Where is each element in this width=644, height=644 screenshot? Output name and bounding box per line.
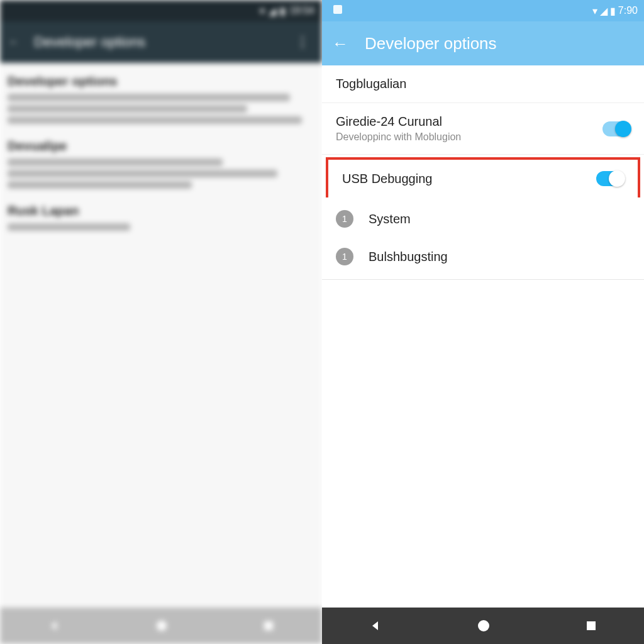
back-icon[interactable]: ← [9, 36, 19, 48]
setting-row-togblugalian[interactable]: Togblugalian [322, 65, 644, 103]
section-title: Rusk Lapan [8, 204, 314, 218]
count-badge: 1 [336, 210, 353, 228]
app-bar: ← Developer options [322, 21, 644, 65]
setting-label: Bulshbugsting [369, 250, 448, 264]
clock: 7:90 [618, 5, 638, 16]
setting-row-bulshbugsting[interactable]: 1 Bulshbugsting [322, 238, 644, 275]
nav-home-icon[interactable] [155, 619, 168, 632]
signal-icon: ◢ [600, 5, 608, 17]
clock: 19:54 [289, 5, 314, 16]
settings-body: Togblugalian Giredie-24 Curunal Developp… [322, 65, 644, 608]
section[interactable]: Rusk Lapan [8, 204, 314, 231]
setting-row-usb-debugging[interactable]: USB Debugging [326, 157, 640, 197]
setting-label: System [369, 212, 411, 226]
wifi-icon: ▾ [592, 5, 597, 17]
page-title: Developer options [34, 34, 277, 50]
overflow-menu-icon[interactable]: ⋮ [292, 34, 313, 50]
nav-home-icon[interactable] [477, 619, 491, 633]
svg-point-2 [478, 620, 489, 631]
svg-rect-1 [264, 621, 273, 630]
section-title: Developer options [8, 74, 314, 89]
toggle-switch[interactable] [596, 171, 624, 186]
toggle-knob [609, 170, 625, 187]
status-bar: ▾ ◢ ▮ 19:54 [0, 0, 322, 21]
setting-row-giredie[interactable]: Giredie-24 Curunal Developpinc with Mobl… [322, 103, 644, 155]
back-icon[interactable]: ← [332, 34, 348, 53]
battery-icon: ▮ [610, 5, 616, 17]
left-phone-blurred: ▾ ◢ ▮ 19:54 ← Developer options ⋮ Develo… [0, 0, 322, 644]
divider [322, 279, 644, 280]
section[interactable]: Developer options [8, 74, 314, 124]
setting-label: Togblugalian [336, 77, 630, 91]
battery-icon: ▮ [280, 5, 286, 17]
toggle-switch[interactable] [602, 121, 630, 136]
nav-recent-icon[interactable] [263, 620, 274, 631]
page-title: Developer options [365, 34, 497, 53]
right-phone: ▾ ◢ ▮ 7:90 ← Developer options Togblugal… [322, 0, 644, 644]
cast-icon [331, 5, 342, 16]
setting-label: USB Debugging [342, 172, 596, 186]
svg-rect-3 [587, 621, 596, 630]
wifi-icon: ▾ [260, 5, 265, 17]
nav-back-icon[interactable] [48, 619, 60, 632]
status-bar: ▾ ◢ ▮ 7:90 [322, 0, 644, 21]
android-nav-bar [322, 608, 644, 644]
android-nav-bar [0, 608, 322, 644]
toggle-knob [615, 121, 631, 137]
nav-recent-icon[interactable] [586, 620, 597, 631]
nav-back-icon[interactable] [369, 619, 382, 632]
setting-row-system[interactable]: 1 System [322, 200, 644, 238]
settings-body: Developer options Devualipe Rusk Lapan [0, 63, 322, 608]
count-badge: 1 [336, 248, 353, 265]
setting-label: Giredie-24 Curunal [336, 114, 602, 129]
section[interactable]: Devualipe [8, 139, 314, 189]
signal-icon: ◢ [269, 5, 276, 17]
section-title: Devualipe [8, 139, 314, 153]
setting-sublabel: Developpinc with Moblugion [336, 131, 602, 143]
app-bar: ← Developer options ⋮ [0, 21, 322, 63]
svg-point-0 [157, 621, 167, 631]
